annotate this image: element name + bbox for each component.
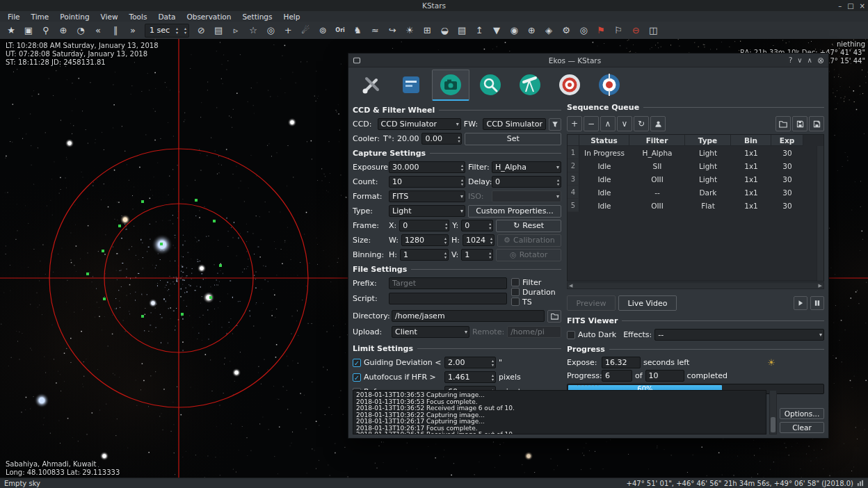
capture-sky-image-icon[interactable]: ▤ xyxy=(210,23,227,38)
scroll-right-icon[interactable]: ▶ xyxy=(819,283,822,288)
directory-input[interactable]: /home/jasem xyxy=(392,310,545,322)
coordinate-grid-icon[interactable]: ⊞ xyxy=(419,23,435,38)
constellation-lines-icon[interactable]: ≈ xyxy=(367,23,383,38)
comets-toggle-icon[interactable]: ☄ xyxy=(297,23,314,38)
prefix-duration-checkbox[interactable] xyxy=(511,288,520,296)
maximize-icon[interactable]: □ xyxy=(847,2,853,10)
window-titlebar[interactable]: KStars – □ × xyxy=(0,0,868,11)
set-temperature-button[interactable]: Set xyxy=(465,133,561,145)
queue-row-5[interactable]: 5IdleOIIIFlat1x130 xyxy=(568,199,823,212)
queue-row-1[interactable]: 1In ProgressH_AlphaLight1x130 xyxy=(568,146,823,159)
prefix-filter-checkbox[interactable] xyxy=(511,278,520,286)
fw-combo[interactable]: CCD Simulator▾ xyxy=(483,118,546,130)
dialog-close-icon[interactable]: ⊗ xyxy=(817,56,824,65)
observer-icon[interactable]: ⊚ xyxy=(314,23,331,38)
count-spinbox[interactable]: 10▴▾ xyxy=(389,176,465,188)
temp-target-spinbox[interactable]: 0.00▴▾ xyxy=(421,133,462,145)
open-sequence-button[interactable] xyxy=(775,116,791,131)
menu-item-data[interactable]: Data xyxy=(153,11,180,22)
shade-down-icon[interactable]: ∨ xyxy=(797,56,802,64)
geolocation-icon[interactable]: ⊕ xyxy=(55,23,72,38)
upload-image-icon[interactable]: ↥ xyxy=(471,23,488,38)
tab-mount[interactable] xyxy=(511,70,549,100)
save-sequence-as-button[interactable] xyxy=(809,116,824,131)
time-to-now-icon[interactable]: ◔ xyxy=(72,23,89,38)
start-sequence-button[interactable] xyxy=(794,296,807,310)
menu-item-pointing[interactable]: Pointing xyxy=(55,11,94,22)
exposure-spinbox[interactable]: 30.000▴▾ xyxy=(389,161,465,173)
log-splitter-handle[interactable]: ······· xyxy=(348,384,828,388)
queue-row-2[interactable]: 2IdleSIILight1x130 xyxy=(568,159,823,172)
delay-spinbox[interactable]: 0▴▾ xyxy=(492,176,561,188)
browse-directory-button[interactable] xyxy=(547,310,561,323)
custom-properties-button[interactable]: Custom Properties... xyxy=(468,205,561,218)
shade-up-icon[interactable]: ∧ xyxy=(807,56,812,64)
download-data-icon[interactable]: ★ xyxy=(3,23,19,38)
time-advance-icon[interactable]: » xyxy=(124,23,141,38)
menu-item-help[interactable]: Help xyxy=(279,11,305,22)
live-video-button[interactable]: Live Video xyxy=(618,295,677,311)
prefix-ts-checkbox[interactable] xyxy=(511,298,520,306)
tab-scheduler[interactable] xyxy=(392,70,430,100)
limit-checkbox-0[interactable]: ✓ xyxy=(353,359,361,367)
eyepiece-view-icon[interactable]: ◉ xyxy=(506,23,522,38)
tab-guide[interactable] xyxy=(590,70,628,100)
ekos-titlebar[interactable]: Ekos — KStars ? ∨ ∧ ⊗ xyxy=(348,54,828,67)
hips-overlay-icon[interactable]: ⊕ xyxy=(523,23,540,38)
remove-trail-icon[interactable]: ⊖ xyxy=(627,23,644,38)
options-button[interactable]: Options... xyxy=(780,408,824,419)
log-scrollbar-thumb[interactable] xyxy=(771,417,775,432)
menu-item-view[interactable]: View xyxy=(96,11,123,22)
time-rewind-icon[interactable]: « xyxy=(90,23,106,38)
filter-combo[interactable]: H_Alpha▾ xyxy=(492,161,561,173)
sidebar-panels-icon[interactable]: ▤ xyxy=(453,23,470,38)
clear-log-button[interactable]: Clear xyxy=(780,422,824,433)
time-step-unit-arrows[interactable]: ▴▾ xyxy=(182,26,186,35)
queue-row-4[interactable]: 4Idle--Dark1x130 xyxy=(568,186,823,199)
format-combo[interactable]: FITS▾ xyxy=(389,190,465,202)
filter-icon[interactable]: ▼ xyxy=(488,23,505,38)
move-job-down-button[interactable]: ∨ xyxy=(617,116,632,131)
menu-item-time[interactable]: Time xyxy=(26,11,54,22)
tab-focus[interactable] xyxy=(472,70,509,100)
scroll-left-icon[interactable]: ◀ xyxy=(569,283,572,288)
log-scrollbar[interactable] xyxy=(769,390,777,434)
horizon-icon[interactable]: ◒ xyxy=(436,23,453,38)
settings-gear-icon[interactable]: ⚙ xyxy=(558,23,574,38)
sequence-table[interactable]: StatusFilterTypeBinExp1In ProgressH_Alph… xyxy=(567,134,824,282)
limit-spinbox-0[interactable]: 2.00▴▾ xyxy=(444,357,496,368)
add-job-button[interactable]: + xyxy=(567,116,582,131)
tab-align[interactable] xyxy=(551,70,588,100)
menu-item-file[interactable]: File xyxy=(3,11,25,22)
size-h-spinbox[interactable]: 1024▴▾ xyxy=(463,234,495,246)
sequence-vertical-scrollbar[interactable] xyxy=(817,146,823,281)
milky-way-icon[interactable]: ↪ xyxy=(384,23,401,38)
center-target-icon[interactable]: ◎ xyxy=(575,23,592,38)
type-combo[interactable]: Light▾ xyxy=(389,205,465,217)
constellation-art-icon[interactable]: ♞ xyxy=(349,23,366,38)
zenith-icon[interactable]: ⊘ xyxy=(193,23,209,38)
deep-sky-objects-icon[interactable]: ◎ xyxy=(262,23,279,38)
time-step-arrows[interactable]: ▴▾ xyxy=(174,26,178,35)
close-icon[interactable]: × xyxy=(860,2,865,10)
save-sequence-button[interactable] xyxy=(792,116,807,131)
auto-dark-checkbox[interactable] xyxy=(567,331,575,339)
limit-checkbox-1[interactable]: ✓ xyxy=(353,373,361,382)
binning-v-spinbox[interactable]: 1▴▾ xyxy=(461,249,493,261)
upload-combo[interactable]: Client▾ xyxy=(392,326,469,338)
find-object-icon[interactable]: ⚲ xyxy=(38,23,54,38)
frame-y-spinbox[interactable]: 0▴▾ xyxy=(461,220,493,231)
help-icon[interactable]: ? xyxy=(789,56,792,64)
prefix-input[interactable]: Target xyxy=(389,277,507,289)
tab-setup[interactable] xyxy=(353,70,390,100)
time-pause-icon[interactable]: ∥ xyxy=(107,23,124,38)
remove-job-button[interactable]: − xyxy=(584,116,599,131)
script-input[interactable] xyxy=(389,293,507,304)
dome-icon[interactable]: ◫ xyxy=(645,23,661,38)
sequence-horizontal-scrollbar[interactable]: ◀ ▶ xyxy=(567,282,824,289)
constellation-names-icon[interactable]: Ori xyxy=(332,23,348,38)
flag-icon[interactable]: ⚑ xyxy=(593,23,609,38)
minimize-icon[interactable]: – xyxy=(838,2,842,10)
queue-row-3[interactable]: 3IdleOIIILight1x130 xyxy=(568,172,823,186)
menu-item-tools[interactable]: Tools xyxy=(124,11,152,22)
